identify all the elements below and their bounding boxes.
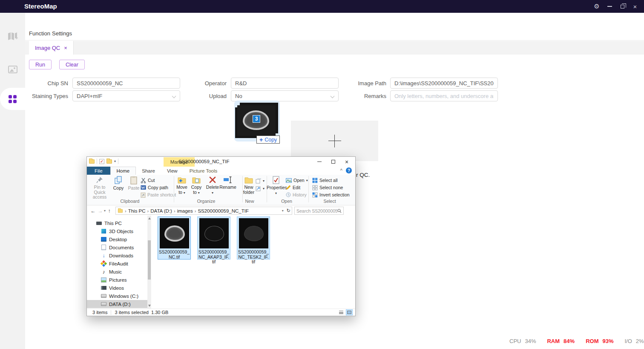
upload-select[interactable]: No: [231, 90, 339, 101]
tree-item[interactable]: Pictures: [87, 276, 147, 284]
chip-sn-input[interactable]: [72, 78, 180, 89]
customize-toolbar-dropdown-icon[interactable]: ▾: [114, 159, 116, 163]
button-label: History: [293, 192, 307, 197]
properties-check-icon[interactable]: ✓: [99, 159, 104, 164]
scroll-down-icon[interactable]: [148, 305, 151, 307]
copy-path-button[interactable]: Copy path: [141, 184, 168, 191]
rename-button[interactable]: Rename: [219, 176, 237, 190]
tree-item[interactable]: ↓ Downloads: [87, 251, 147, 260]
cut-button[interactable]: Cut: [141, 177, 155, 184]
tab-image-qc[interactable]: Image QC ×: [29, 41, 74, 55]
tree-item[interactable]: FileAudit: [87, 260, 147, 268]
address-crumb[interactable]: SS200000059_NC_TIF: [198, 208, 249, 213]
new-folder-button[interactable]: New folder: [241, 176, 256, 195]
address-crumb[interactable]: DATA (D:): [150, 208, 172, 213]
menu-settings[interactable]: Settings: [52, 27, 72, 40]
up-arrow-icon[interactable]: ↑: [106, 208, 113, 214]
file-name: SS200000059_NC.tif: [158, 250, 190, 260]
scroll-up-icon[interactable]: [148, 217, 151, 219]
address-crumb[interactable]: This PC: [128, 208, 146, 213]
move-to-icon: [178, 176, 186, 184]
stat-label: RAM: [547, 338, 560, 344]
easy-access-button[interactable]: ▾: [256, 185, 264, 192]
properties-button[interactable]: Properties▾: [267, 176, 285, 196]
tree-item-label: Downloads: [109, 253, 133, 258]
file-tile[interactable]: SS200000059_NC_TESK2_IF.tif: [237, 216, 270, 260]
ribbon-tab-view[interactable]: View: [161, 167, 184, 175]
address-dropdown-icon[interactable]: ▾: [282, 209, 284, 213]
edit-button[interactable]: Edit: [286, 184, 300, 191]
back-arrow-icon[interactable]: ←: [89, 208, 97, 214]
folder-icon[interactable]: [89, 159, 95, 164]
paste-button[interactable]: Paste: [126, 176, 141, 191]
edit-pencil-icon: [286, 185, 291, 190]
remarks-input[interactable]: [390, 90, 498, 101]
tree-item[interactable]: Desktop: [87, 235, 147, 243]
tab-close-icon[interactable]: ×: [64, 45, 67, 51]
collapse-ribbon-icon[interactable]: ^: [340, 168, 342, 173]
upload-drop-zone[interactable]: [291, 121, 378, 161]
tree-item[interactable]: Videos: [87, 284, 147, 292]
copy-button[interactable]: Copy: [111, 176, 126, 191]
tree-item[interactable]: 3D Objects: [87, 227, 147, 235]
operator-input[interactable]: [231, 78, 339, 89]
explorer-tree: This PC 3D Objects Desktop Documents ↓ D…: [87, 216, 147, 309]
menu-function[interactable]: Function: [29, 27, 50, 40]
new-folder-qat-icon[interactable]: [106, 159, 112, 164]
clear-button[interactable]: Clear: [59, 60, 85, 69]
address-input[interactable]: ›This PC›DATA (D:)›images›SS200000059_NC…: [115, 207, 292, 215]
explorer-maximize-button[interactable]: [326, 157, 340, 167]
sidebar-item-images[interactable]: [0, 59, 25, 80]
qc-caption-fragment: r QC.: [356, 172, 370, 178]
sidebar-item-tools[interactable]: [0, 88, 25, 110]
restore-button[interactable]: [616, 0, 629, 13]
file-tile[interactable]: SS200000059_NC.tif: [158, 216, 191, 260]
ribbon-tab-file[interactable]: File: [87, 167, 110, 175]
search-input[interactable]: Search SS200000059_...: [294, 207, 344, 215]
copy-to-icon: [192, 176, 201, 184]
staining-types-select[interactable]: DAPI+mIF: [72, 90, 180, 101]
sidebar-item-map[interactable]: [0, 26, 25, 47]
invert-selection-button[interactable]: Invert selection: [312, 191, 350, 198]
tree-scrollbar[interactable]: [147, 216, 151, 309]
minimize-button[interactable]: [603, 0, 616, 13]
file-name: SS200000059_NC_AKAP3_IF.tif: [198, 250, 230, 265]
explorer-minimize-button[interactable]: [313, 157, 326, 167]
history-button[interactable]: History: [286, 191, 307, 198]
tree-item[interactable]: Documents: [87, 243, 147, 251]
move-to-button[interactable]: Move to ▾: [175, 176, 189, 195]
help-icon[interactable]: ?: [346, 167, 352, 173]
upload-value: No: [235, 93, 242, 99]
window-controls: ⚙ ×: [590, 0, 641, 13]
address-crumb[interactable]: images: [177, 208, 193, 213]
scrollbar-thumb[interactable]: [148, 240, 151, 280]
run-button[interactable]: Run: [29, 60, 52, 69]
ribbon-tab-home[interactable]: Home: [110, 167, 136, 175]
tree-item[interactable]: ♪ Music: [87, 268, 147, 276]
tree-item[interactable]: DATA (D:): [87, 300, 147, 308]
drag-count-badge: 3: [253, 115, 260, 123]
image-path-input[interactable]: [390, 78, 498, 89]
select-none-button[interactable]: Select none: [312, 184, 343, 191]
forward-arrow-icon[interactable]: →: [97, 208, 104, 214]
paste-shortcut-button[interactable]: Paste shortcut: [141, 191, 176, 198]
tree-item-label: Videos: [109, 286, 124, 291]
thumbnails-view-button[interactable]: [346, 309, 353, 315]
group-separator: [308, 176, 309, 202]
pin-to-quick-access-button[interactable]: Pin to Quick access: [89, 176, 111, 200]
refresh-icon[interactable]: ↻: [287, 208, 290, 213]
select-all-button[interactable]: Select all: [312, 177, 338, 184]
copy-to-button[interactable]: Copy to ▾: [189, 176, 204, 195]
settings-gear-icon[interactable]: ⚙: [590, 0, 603, 13]
new-item-button[interactable]: ▾: [256, 177, 264, 184]
tree-item[interactable]: This PC: [87, 219, 147, 227]
tree-item[interactable]: Windows (C:): [87, 292, 147, 300]
explorer-close-button[interactable]: ×: [340, 157, 354, 167]
open-button[interactable]: Open ▾: [286, 177, 308, 184]
ribbon-tab-picture-tools[interactable]: Picture Tools: [184, 167, 224, 175]
details-view-button[interactable]: [338, 309, 345, 315]
file-tile[interactable]: SS200000059_NC_AKAP3_IF.tif: [197, 216, 230, 260]
close-button[interactable]: ×: [629, 0, 641, 13]
ribbon-tab-share[interactable]: Share: [136, 167, 161, 175]
delete-button[interactable]: Delete▾: [205, 176, 220, 195]
